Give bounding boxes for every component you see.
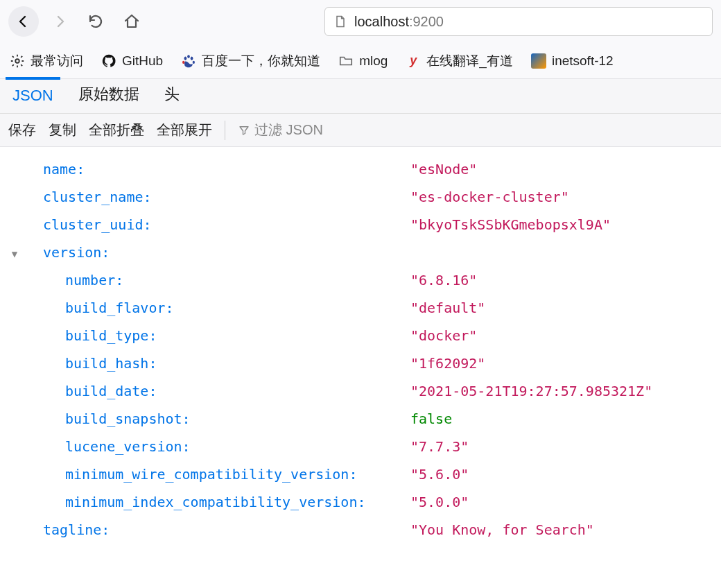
inetsoft-icon (531, 53, 546, 69)
json-key[interactable]: minimum_wire_compatibility_version (65, 466, 349, 483)
youdao-icon: y (406, 53, 421, 69)
forward-button (44, 6, 75, 37)
json-key[interactable]: cluster_name (43, 189, 144, 205)
address-bar[interactable]: localhost:9200 (324, 7, 713, 36)
url-port: :9200 (409, 14, 444, 29)
bookmark-label: inetsoft-12 (552, 53, 614, 69)
json-key[interactable]: build_flavor (65, 300, 166, 316)
json-key[interactable]: build_hash (65, 355, 148, 372)
json-row: build_type:"docker" (7, 322, 714, 349)
svg-point-0 (15, 59, 19, 63)
arrow-left-icon (15, 13, 32, 30)
json-row: build_hash:"1f62092" (7, 349, 714, 377)
json-value: "1f62092" (410, 349, 485, 377)
json-key[interactable]: build_type (65, 327, 148, 344)
json-value: "6.8.16" (410, 266, 477, 294)
json-row: cluster_name:"es-docker-cluster" (7, 183, 714, 211)
json-row: name:"esNode" (7, 155, 714, 183)
tab-headers[interactable]: 头 (162, 77, 182, 113)
baidu-icon (181, 53, 196, 69)
bookmark-most-visited[interactable]: 最常访问 (10, 52, 83, 70)
bookmark-mlog[interactable]: mlog (338, 53, 388, 69)
bookmark-inetsoft[interactable]: inetsoft-12 (531, 53, 614, 69)
bookmark-label: 百度一下，你就知道 (202, 52, 320, 70)
home-icon (123, 13, 140, 30)
bookmark-github[interactable]: GitHub (101, 53, 163, 69)
collapse-all-button[interactable]: 全部折叠 (89, 121, 144, 139)
svg-point-5 (182, 60, 184, 63)
reload-button[interactable] (80, 6, 111, 37)
filter-icon (238, 124, 250, 137)
json-value: "5.6.0" (410, 460, 469, 488)
bookmark-baidu[interactable]: 百度一下，你就知道 (181, 52, 320, 70)
filter-json-input[interactable]: 过滤 JSON (238, 121, 323, 139)
json-row: build_flavor:"default" (7, 294, 714, 322)
json-key[interactable]: number (65, 272, 115, 288)
json-value: "bkyoTskSSbKGmebopsxl9A" (410, 211, 611, 239)
json-value: "You Know, for Search" (410, 516, 594, 544)
home-button[interactable] (116, 6, 147, 37)
json-key[interactable]: name (43, 161, 76, 178)
svg-point-1 (184, 56, 187, 60)
json-key[interactable]: cluster_uuid (43, 216, 144, 233)
json-value: "7.7.3" (410, 433, 469, 460)
json-row: cluster_uuid:"bkyoTskSSbKGmebopsxl9A" (7, 211, 714, 239)
tab-raw[interactable]: 原始数据 (76, 77, 142, 113)
json-value: "5.0.0" (410, 488, 469, 516)
json-row: lucene_version:"7.7.3" (7, 433, 714, 460)
json-value: "es-docker-cluster" (410, 183, 569, 211)
save-button[interactable]: 保存 (8, 121, 36, 139)
json-key[interactable]: version (43, 244, 101, 261)
json-value: false (410, 405, 452, 433)
folder-icon (338, 53, 354, 69)
expand-all-button[interactable]: 全部展开 (157, 121, 212, 139)
json-row: tagline:"You Know, for Search" (7, 516, 714, 544)
json-row: minimum_wire_compatibility_version:"5.6.… (7, 460, 714, 488)
json-key[interactable]: tagline (43, 521, 101, 538)
json-value: "docker" (410, 322, 477, 349)
bookmark-label: mlog (359, 53, 388, 69)
tab-json[interactable]: JSON (10, 80, 56, 113)
svg-point-4 (193, 60, 195, 63)
bookmark-label: 最常访问 (31, 52, 83, 70)
page-icon (333, 14, 347, 29)
json-row: number:"6.8.16" (7, 266, 714, 294)
json-content: name:"esNode"cluster_name:"es-docker-clu… (0, 147, 721, 552)
bookmarks-bar: 最常访问 GitHub 百度一下，你就知道 mlog y 在线翻译_有道 ine… (0, 43, 721, 79)
viewer-tabs: JSON 原始数据 头 (0, 79, 721, 114)
json-value: "default" (410, 294, 485, 322)
json-row: ▼version: (7, 239, 714, 266)
arrow-right-icon (51, 13, 68, 30)
bookmark-label: GitHub (122, 53, 163, 69)
bookmark-youdao[interactable]: y 在线翻译_有道 (406, 52, 513, 70)
back-button[interactable] (8, 6, 39, 37)
url-host: localhost (354, 14, 409, 29)
url-text: localhost:9200 (354, 14, 444, 30)
gear-icon (10, 53, 25, 69)
viewer-toolbar: 保存 复制 全部折叠 全部展开 过滤 JSON (0, 114, 721, 147)
reload-icon (87, 13, 104, 30)
svg-point-2 (187, 55, 190, 58)
json-key[interactable]: lucene_version (65, 438, 182, 455)
toggle-icon[interactable]: ▼ (7, 244, 22, 263)
json-key[interactable]: build_date (65, 383, 148, 399)
toolbar-divider (225, 121, 225, 140)
json-row: build_date:"2021-05-21T19:27:57.985321Z" (7, 377, 714, 405)
github-icon (101, 53, 116, 69)
copy-button[interactable]: 复制 (49, 121, 76, 139)
json-key[interactable]: build_snapshot (65, 410, 182, 427)
json-row: build_snapshot:false (7, 405, 714, 433)
browser-nav-toolbar: localhost:9200 (0, 0, 721, 43)
filter-placeholder: 过滤 JSON (254, 121, 323, 139)
svg-point-3 (191, 56, 193, 60)
json-value: "esNode" (410, 155, 477, 183)
bookmark-label: 在线翻译_有道 (426, 52, 513, 70)
json-key[interactable]: minimum_index_compatibility_version (65, 494, 357, 510)
json-row: minimum_index_compatibility_version:"5.0… (7, 488, 714, 516)
json-value: "2021-05-21T19:27:57.985321Z" (410, 377, 652, 405)
